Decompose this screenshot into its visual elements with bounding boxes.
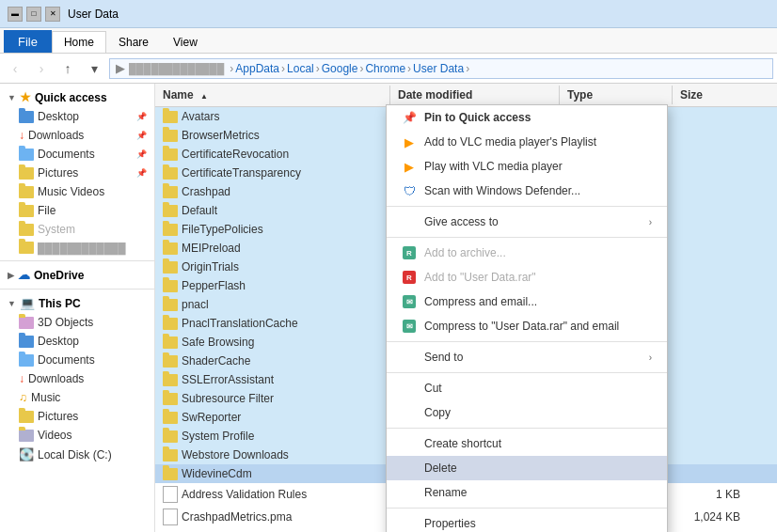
folder-icon: [163, 468, 178, 480]
ctx-rename[interactable]: Rename: [387, 480, 667, 505]
sidebar-3d-label: 3D Objects: [38, 316, 93, 329]
path-appdata[interactable]: AppData: [235, 62, 279, 75]
folder-icon: [163, 430, 178, 443]
onedrive-header[interactable]: ▶ ☁ OneDrive: [0, 265, 154, 285]
folder-icon: [163, 261, 178, 274]
system-folder-icon: [19, 224, 34, 236]
col-header-date[interactable]: Date modified: [390, 86, 560, 104]
sidebar-item-downloads[interactable]: ↓ Downloads 📌: [0, 126, 154, 145]
folder-icon: [163, 149, 178, 161]
sidebar-item-documents[interactable]: Documents 📌: [0, 145, 154, 164]
ctx-copy[interactable]: Copy: [387, 400, 667, 425]
file-name-cell: Default: [155, 202, 390, 219]
tab-file[interactable]: File: [4, 30, 52, 53]
file-size-cell: [673, 190, 748, 194]
thispc-icon: 💻: [20, 296, 35, 310]
ctx-vlc-add[interactable]: ▶ Add to VLC media player's Playlist: [387, 130, 667, 154]
sidebar-item-pics-pc[interactable]: Pictures: [0, 407, 154, 426]
ctx-access[interactable]: Give access to ›: [387, 210, 667, 234]
sidebar-item-videos[interactable]: Videos: [0, 426, 154, 445]
ctx-compress-rar-email[interactable]: ✉ Compress to "User Data.rar" and email: [387, 314, 667, 338]
quick-access-header[interactable]: ▼ ★ Quick access: [0, 87, 154, 107]
archive-icon: R: [402, 245, 417, 260]
downloads-icon: ↓: [19, 129, 24, 142]
sidebar-item-pictures[interactable]: Pictures 📌: [0, 164, 154, 182]
sidebar-item-system[interactable]: System: [0, 220, 154, 239]
thispc-label: This PC: [39, 297, 81, 310]
thispc-header[interactable]: ▼ 💻 This PC: [0, 293, 154, 313]
title-bar: ▬ □ ✕ User Data: [0, 0, 777, 28]
sidebar-musicvideos-label: Music Videos: [38, 185, 104, 198]
ctx-cut[interactable]: Cut: [387, 376, 667, 400]
pin-icon-3: 📌: [136, 149, 147, 159]
docs-pc-icon: [19, 354, 34, 367]
folder-icon: [163, 243, 178, 255]
file-size-cell: [673, 284, 748, 288]
ctx-shortcut[interactable]: Create shortcut: [387, 431, 667, 456]
tab-view[interactable]: View: [161, 31, 210, 53]
ctx-vlc-play[interactable]: ▶ Play with VLC media player: [387, 154, 667, 179]
forward-button[interactable]: ›: [30, 57, 53, 80]
sidebar-item-downloads-pc[interactable]: ↓ Downloads: [0, 369, 154, 388]
quick-access-label: Quick access: [35, 91, 107, 104]
file-name-cell: ShaderCache: [155, 352, 390, 369]
folder-icon: [163, 224, 178, 236]
ctx-delete[interactable]: Delete: [387, 456, 667, 480]
file-size-cell: [673, 321, 748, 325]
file-name-cell: CrashpadMetrics.pma: [155, 507, 390, 527]
back-button[interactable]: ‹: [4, 57, 26, 80]
ctx-pin[interactable]: 📌 Pin to Quick access: [387, 105, 667, 130]
sidebar-item-localdisk[interactable]: 💽 Local Disk (C:): [0, 445, 154, 464]
ctx-archive[interactable]: R Add to archive...: [387, 241, 667, 265]
sidebar-item-docs-pc[interactable]: Documents: [0, 351, 154, 369]
sidebar-item-music[interactable]: ♫ Music: [0, 388, 154, 407]
address-path[interactable]: ▶ █████████████ › AppData › Local › Goog…: [109, 58, 773, 79]
file-name-cell: Crashpad: [155, 183, 390, 200]
minimize-icon[interactable]: ▬: [8, 7, 23, 22]
ctx-sep-1: [387, 206, 667, 207]
sidebar-item-file[interactable]: File: [0, 201, 154, 220]
pin-icon-2: 📌: [136, 131, 147, 140]
downloads-pc-icon: ↓: [19, 372, 24, 385]
ctx-send-to[interactable]: Send to ›: [387, 345, 667, 369]
path-google[interactable]: Google: [322, 62, 358, 75]
path-local[interactable]: Local: [287, 62, 314, 75]
pin-icon-4: 📌: [136, 168, 147, 178]
col-header-size[interactable]: Size: [673, 86, 748, 104]
sidebar-item-musicvideos[interactable]: Music Videos: [0, 182, 154, 201]
sidebar-item-desktop[interactable]: Desktop 📌: [0, 107, 154, 126]
quick-access-star-icon: ★: [20, 90, 31, 104]
cut-icon: [402, 381, 417, 396]
recent-button[interactable]: ▾: [83, 57, 105, 80]
ctx-rar[interactable]: R Add to "User Data.rar": [387, 265, 667, 289]
ctx-sep-3: [387, 341, 667, 342]
vlc-add-icon: ▶: [402, 134, 417, 149]
ctx-sep-5: [387, 428, 667, 429]
window-controls: ▬ □ ✕: [8, 7, 60, 22]
path-userdata[interactable]: User Data: [413, 62, 464, 75]
ctx-scan[interactable]: 🛡 Scan with Windows Defender...: [387, 179, 667, 203]
sidebar-docs-pc-label: Documents: [38, 353, 95, 367]
sidebar-item-desktop-pc[interactable]: Desktop: [0, 332, 154, 351]
up-button[interactable]: ↑: [56, 57, 79, 80]
file-list[interactable]: Name ▲ Date modified Type Size AvatarsBr…: [155, 84, 777, 532]
sort-arrow: ▲: [200, 92, 208, 101]
maximize-icon[interactable]: □: [26, 7, 41, 22]
ctx-properties[interactable]: Properties: [387, 511, 667, 532]
folder-icon: [163, 336, 178, 349]
ctx-compress-email[interactable]: ✉ Compress and email...: [387, 289, 667, 314]
path-chrome[interactable]: Chrome: [365, 62, 405, 75]
close-icon[interactable]: ✕: [45, 7, 60, 22]
ribbon-tabs: File Home Share View: [0, 28, 777, 53]
tab-home[interactable]: Home: [52, 31, 106, 53]
file-name-cell: WidevineCdm: [155, 465, 390, 482]
sidebar-item-win10[interactable]: ████████████: [0, 239, 154, 257]
tab-share[interactable]: Share: [106, 31, 161, 53]
file-size-cell: [673, 246, 748, 250]
sidebar-item-3d[interactable]: 3D Objects: [0, 313, 154, 332]
file-name-cell: SwReporter: [155, 409, 390, 426]
ctx-sep-6: [387, 508, 667, 509]
file-size-cell: [673, 152, 748, 156]
col-header-name[interactable]: Name ▲: [155, 86, 390, 104]
col-header-type[interactable]: Type: [560, 86, 673, 104]
